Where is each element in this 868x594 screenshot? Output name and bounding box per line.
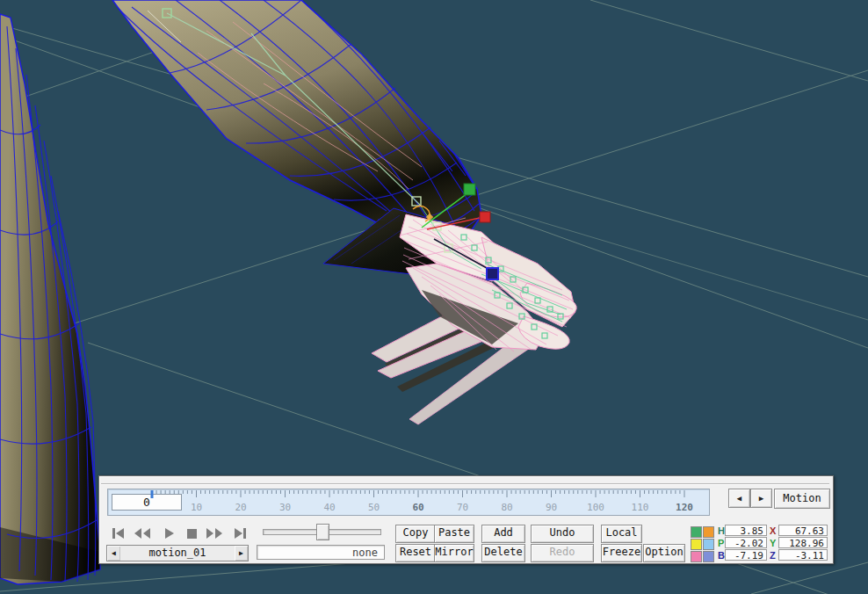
motion-name-label: motion_01 bbox=[121, 546, 234, 561]
svg-text:30: 30 bbox=[279, 502, 291, 513]
mirror-button[interactable]: Mirror bbox=[434, 544, 474, 562]
y-position-value[interactable]: 128.96 bbox=[778, 537, 828, 548]
selected-bone-marker[interactable] bbox=[487, 268, 498, 279]
stop-icon[interactable] bbox=[184, 525, 201, 541]
bone-color-swatch-2[interactable] bbox=[703, 526, 714, 538]
h-rotation-value[interactable]: 3.85 bbox=[725, 525, 767, 536]
svg-text:110: 110 bbox=[632, 502, 649, 513]
option-button[interactable]: Option bbox=[643, 544, 685, 562]
y-axis-label: Y bbox=[770, 538, 778, 548]
bone-color-swatch-5[interactable] bbox=[691, 551, 702, 562]
z-position-value[interactable]: -3.11 bbox=[778, 549, 828, 561]
motion-next-button[interactable]: ▶ bbox=[235, 546, 248, 561]
play-icon[interactable] bbox=[161, 525, 178, 541]
rewind-icon[interactable] bbox=[133, 525, 152, 541]
svg-text:100: 100 bbox=[587, 502, 604, 513]
z-axis-label: Z bbox=[770, 550, 778, 561]
svg-text:80: 80 bbox=[501, 502, 512, 513]
p-rotation-value[interactable]: -2.02 bbox=[725, 537, 767, 548]
undo-button[interactable]: Undo bbox=[531, 525, 594, 543]
freeze-button[interactable]: Freeze bbox=[601, 544, 642, 562]
b-rotation-value[interactable]: -7.19 bbox=[725, 549, 767, 561]
timeline-control-panel: 0 102030405060708090100110120 ◀ ▶ Motion… bbox=[98, 475, 834, 564]
x-axis-label: X bbox=[770, 525, 778, 536]
playback-speed-slider-thumb[interactable] bbox=[316, 524, 329, 540]
reset-button[interactable]: Reset bbox=[395, 544, 436, 562]
pose-name-field[interactable]: none bbox=[257, 545, 385, 560]
skip-start-icon[interactable] bbox=[110, 525, 127, 541]
svg-text:120: 120 bbox=[676, 502, 693, 513]
svg-text:90: 90 bbox=[546, 502, 557, 513]
svg-text:40: 40 bbox=[323, 502, 335, 513]
current-frame-input[interactable]: 0 bbox=[112, 494, 182, 511]
panel-groove bbox=[101, 483, 829, 485]
local-button[interactable]: Local bbox=[601, 525, 642, 543]
frame-prev-button[interactable]: ◀ bbox=[728, 489, 750, 508]
bone-color-swatch-3[interactable] bbox=[691, 539, 702, 550]
bone-color-swatch-4[interactable] bbox=[703, 539, 714, 550]
paste-button[interactable]: Paste bbox=[434, 525, 474, 543]
bone-color-swatch-1[interactable] bbox=[691, 526, 702, 538]
x-position-value[interactable]: 67.63 bbox=[778, 525, 828, 536]
frame-ruler[interactable]: 0 102030405060708090100110120 bbox=[107, 489, 710, 516]
x-axis-handle[interactable] bbox=[480, 212, 490, 222]
ruler-ticks: 102030405060708090100110120 bbox=[108, 489, 709, 515]
svg-text:70: 70 bbox=[457, 502, 468, 513]
svg-text:60: 60 bbox=[412, 502, 423, 513]
fast-forward-icon[interactable] bbox=[205, 525, 224, 541]
copy-button[interactable]: Copy bbox=[395, 525, 436, 543]
svg-text:20: 20 bbox=[235, 502, 246, 513]
skip-end-icon[interactable] bbox=[232, 525, 250, 541]
svg-text:10: 10 bbox=[191, 502, 202, 513]
delete-button[interactable]: Delete bbox=[481, 544, 525, 562]
svg-text:50: 50 bbox=[368, 502, 380, 513]
bone-color-swatch-6[interactable] bbox=[703, 551, 714, 562]
y-axis-handle[interactable] bbox=[464, 184, 475, 195]
redo-button: Redo bbox=[531, 544, 594, 562]
add-button[interactable]: Add bbox=[481, 525, 525, 543]
frame-next-button[interactable]: ▶ bbox=[750, 489, 772, 508]
motion-selector: ◀ motion_01 ▶ bbox=[106, 545, 249, 561]
motion-button[interactable]: Motion bbox=[774, 489, 830, 509]
motion-prev-button[interactable]: ◀ bbox=[107, 546, 120, 561]
